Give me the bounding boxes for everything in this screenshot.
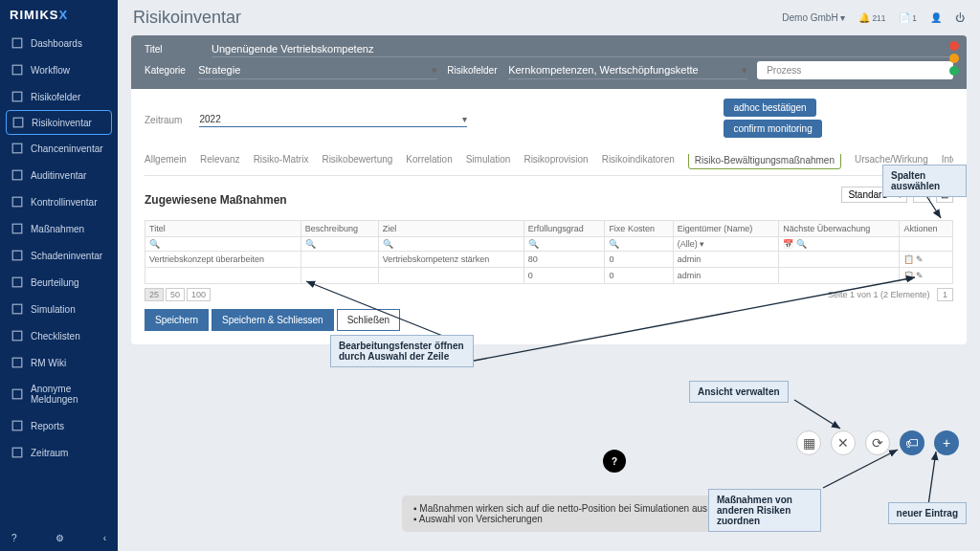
sidebar-item-9[interactable]: Beurteilung (0, 269, 118, 296)
settings-icon[interactable]: ⚙ (56, 533, 64, 543)
bell-icon[interactable]: 🔔211 (858, 12, 885, 23)
svg-rect-7 (12, 224, 22, 233)
record-header: Titel Ungenügende Vertriebskompetenz Kat… (131, 35, 967, 89)
tab-4[interactable]: Korrelation (406, 154, 452, 169)
sidebar: RIMIKSX DashboardsWorkflowRisikofelderRi… (0, 0, 118, 551)
copy-icon[interactable]: 📋 (903, 271, 914, 280)
traffic-light (949, 41, 959, 76)
svg-rect-6 (12, 197, 22, 207)
table-row[interactable]: 00admin📋✎ (145, 268, 953, 284)
callout-view: Ansicht verwalten (689, 381, 789, 403)
svg-rect-11 (12, 331, 22, 341)
page-title: Risikoinventar (133, 8, 241, 28)
callout-assign: Maßnahmen von anderen Risiken zuordnen (708, 489, 821, 532)
tab-3[interactable]: Risikobewertung (322, 154, 392, 169)
fab-row: ▦ ✕ ⟳ 🏷 + (796, 430, 959, 455)
sidebar-item-11[interactable]: Checklisten (0, 322, 118, 349)
callout-edit: Bearbeitungsfenster öffnen durch Auswahl… (330, 335, 474, 367)
svg-rect-2 (12, 92, 22, 101)
svg-rect-4 (12, 143, 22, 153)
sidebar-item-8[interactable]: Schadeninventar (0, 242, 118, 269)
sidebar-item-10[interactable]: Simulation (0, 296, 118, 322)
add-icon[interactable]: + (934, 430, 959, 455)
svg-rect-9 (12, 277, 22, 287)
tab-0[interactable]: Allgemein (145, 154, 187, 169)
refresh-icon[interactable]: ⟳ (865, 430, 890, 455)
tabs: AllgemeinRelevanzRisiko-MatrixRisikobewe… (145, 154, 953, 176)
sidebar-item-0[interactable]: Dashboards (0, 30, 118, 56)
save-close-button[interactable]: Speichern & Schliessen (212, 309, 334, 331)
svg-rect-0 (12, 38, 22, 48)
callout-columns: Spalten auswählen (882, 165, 967, 197)
sidebar-item-15[interactable]: Zeitraum (0, 439, 118, 466)
process-field[interactable]: Prozess (757, 61, 953, 79)
svg-rect-14 (12, 421, 22, 430)
edit-icon[interactable]: ✎ (916, 254, 924, 264)
collapse-icon[interactable]: ‹ (103, 533, 106, 543)
tag-icon[interactable]: 🏷 (900, 430, 924, 455)
sidebar-item-13[interactable]: Anonyme Meldungen (0, 376, 118, 412)
doc-icon[interactable]: 📄1 (899, 12, 917, 23)
svg-rect-8 (12, 251, 22, 260)
page-sizes[interactable]: 2550100 (145, 290, 212, 299)
edit-icon[interactable]: ✎ (916, 271, 924, 280)
sidebar-item-3[interactable]: Risikoinventar (6, 110, 112, 135)
sidebar-item-5[interactable]: Auditinventar (0, 162, 118, 188)
sidebar-item-4[interactable]: Chanceninventar (0, 135, 118, 162)
help-icon: ? (603, 450, 626, 473)
riskfield-field[interactable]: Kernkompetenzen, Wertschöpfungskette▾ (508, 62, 747, 79)
svg-rect-12 (12, 358, 22, 367)
content: Zeitraum 2022▾ adhoc bestätigen confirm … (131, 89, 967, 344)
confirm-button[interactable]: confirm monitoring (724, 120, 821, 138)
grid-icon[interactable]: ▦ (796, 430, 821, 455)
help-icon[interactable]: ? (11, 533, 17, 543)
clear-icon[interactable]: ✕ (831, 430, 856, 455)
close-button[interactable]: Schließen (337, 309, 400, 331)
sidebar-item-1[interactable]: Workflow (0, 56, 118, 83)
sidebar-item-12[interactable]: RM Wiki (0, 349, 118, 376)
category-field[interactable]: Strategie▾ (198, 62, 437, 79)
svg-rect-13 (12, 389, 22, 399)
help-bubble: ▪ Maßnahmen wirken sich auf die netto-Po… (402, 496, 719, 532)
tab-5[interactable]: Simulation (466, 154, 511, 169)
sidebar-item-2[interactable]: Risikofelder (0, 83, 118, 110)
section-title: Zugewiesene Maßnahmen (145, 193, 953, 207)
tab-6[interactable]: Risikoprovision (523, 154, 588, 169)
period-field[interactable]: 2022▾ (199, 112, 467, 127)
save-button[interactable]: Speichern (145, 309, 209, 331)
logout-icon[interactable]: ⏻ (955, 12, 965, 23)
svg-rect-3 (13, 118, 23, 127)
company-dropdown[interactable]: Demo GmbH ▾ (782, 12, 845, 23)
title-field[interactable]: Ungenügende Vertriebskompetenz (212, 41, 953, 57)
adhoc-button[interactable]: adhoc bestätigen (724, 99, 815, 117)
measures-table: TitelBeschreibungZielErfüllungsgradFixe … (145, 220, 953, 284)
user-icon[interactable]: 👤 (930, 12, 942, 23)
tab-7[interactable]: Risikoindikatoren (602, 154, 675, 169)
tab-2[interactable]: Risiko-Matrix (254, 154, 309, 169)
copy-icon[interactable]: 📋 (903, 254, 914, 264)
tab-8[interactable]: Risiko-Bewältigungsmaßnahmen (688, 154, 841, 169)
logo: RIMIKSX (0, 0, 118, 30)
sidebar-item-14[interactable]: Reports (0, 412, 118, 439)
svg-rect-10 (12, 304, 22, 314)
topbar: Risikoinventar Demo GmbH ▾ 🔔211 📄1 👤 ⏻ (118, 0, 980, 35)
table-row[interactable]: Vertriebskonzept überarbeitenVertriebsko… (145, 252, 953, 268)
svg-rect-5 (12, 170, 22, 180)
sidebar-item-6[interactable]: Kontrollinventar (0, 188, 118, 215)
svg-rect-15 (12, 448, 22, 457)
sidebar-item-7[interactable]: Maßnahmen (0, 215, 118, 242)
callout-new: neuer Eintrag (888, 502, 967, 524)
tab-1[interactable]: Relevanz (200, 154, 240, 169)
svg-rect-1 (12, 65, 22, 75)
